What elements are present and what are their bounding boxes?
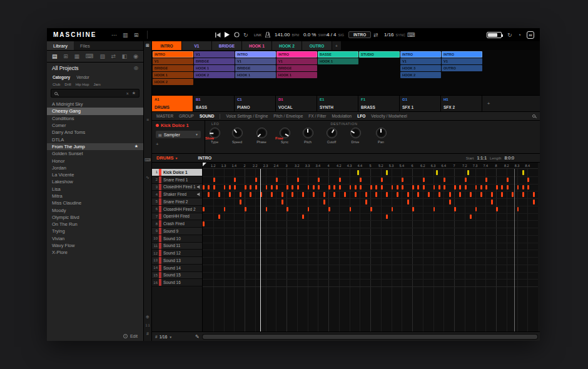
- note-event[interactable]: [517, 185, 519, 190]
- note-event[interactable]: [522, 185, 524, 190]
- channel-tab-group[interactable]: GROUP: [179, 114, 194, 118]
- note-event[interactable]: [467, 170, 469, 175]
- project-item-olympic-blvd[interactable]: Olympic Blvd: [47, 214, 143, 221]
- note-event[interactable]: [436, 170, 438, 175]
- search-box[interactable]: × ★: [51, 89, 139, 98]
- note-event[interactable]: [375, 192, 377, 197]
- knob-speed[interactable]: [232, 128, 243, 138]
- loop-button[interactable]: ↻: [243, 28, 248, 41]
- sound-row-12[interactable]: 12Sound 12: [152, 250, 202, 257]
- clip-f1-studio[interactable]: STUDIO: [359, 51, 400, 58]
- note-event[interactable]: [522, 170, 524, 175]
- project-item-miss-claudine[interactable]: Miss Claudine: [47, 200, 143, 206]
- note-event[interactable]: [407, 200, 409, 205]
- note-event[interactable]: [255, 178, 257, 183]
- clip-b1-bridge[interactable]: BRIDGE: [194, 58, 235, 64]
- note-event[interactable]: [302, 215, 304, 220]
- note-event[interactable]: [533, 192, 535, 197]
- note-event[interactable]: [344, 192, 346, 197]
- clip-d1-intro[interactable]: INTRO: [276, 51, 317, 58]
- note-event[interactable]: [333, 185, 335, 190]
- timeline-ruler[interactable]: 1.21.31.422.22.32.433.23.33.444.24.34.45…: [203, 163, 538, 169]
- note-event[interactable]: [208, 192, 210, 197]
- user-content-icon[interactable]: ◉: [133, 53, 138, 59]
- note-event[interactable]: [213, 185, 215, 190]
- channel-rack-icon[interactable]: ≡: [144, 118, 151, 122]
- sound-row-13[interactable]: 13Sound 13: [152, 257, 202, 265]
- note-event[interactable]: [438, 185, 440, 190]
- note-event[interactable]: [276, 178, 278, 183]
- clip-d1-bridge[interactable]: BRIDGE: [276, 65, 317, 71]
- tag-club[interactable]: Club: [53, 83, 60, 86]
- note-event[interactable]: [365, 200, 367, 205]
- project-item-la-vicente[interactable]: La Vicente: [47, 171, 143, 178]
- project-item-from-the-jump[interactable]: From The Jump★: [47, 143, 143, 150]
- clip-a1-bridge[interactable]: BRIDGE: [153, 65, 193, 71]
- note-event[interactable]: [266, 185, 268, 190]
- group-h1[interactable]: H1SFX 2: [441, 96, 482, 111]
- note-event[interactable]: [245, 207, 246, 212]
- clip-b1-v1[interactable]: V1: [194, 51, 235, 58]
- note-event[interactable]: [255, 185, 257, 190]
- group-b1[interactable]: B1BASS: [193, 96, 235, 111]
- length-value[interactable]: 8:0:0: [504, 156, 514, 160]
- note-event[interactable]: [527, 185, 529, 190]
- favorites-filter-icon[interactable]: ★: [132, 91, 136, 96]
- scene-tab-intro[interactable]: INTRO: [152, 41, 181, 50]
- note-event[interactable]: [350, 207, 352, 212]
- note-event[interactable]: [281, 192, 283, 197]
- note-event[interactable]: [386, 192, 388, 197]
- oneshots-filter-icon[interactable]: ◧: [122, 53, 128, 59]
- note-event[interactable]: [423, 185, 425, 190]
- group-c1[interactable]: C1PIANO: [235, 96, 276, 111]
- note-grid[interactable]: 1.21.31.422.22.32.433.23.33.444.24.34.45…: [202, 163, 538, 331]
- note-event[interactable]: [386, 170, 388, 175]
- metronome-icon[interactable]: [265, 28, 270, 41]
- clip-c1-v1[interactable]: V1: [235, 58, 276, 64]
- note-event[interactable]: [286, 185, 288, 190]
- project-item-trying[interactable]: Trying: [47, 228, 143, 235]
- speaker-icon[interactable]: [197, 193, 201, 196]
- clip-h1-outro[interactable]: OUTRO: [442, 65, 482, 71]
- note-event[interactable]: [438, 192, 440, 197]
- piano-roll-icon[interactable]: ⌨: [144, 158, 151, 163]
- note-event[interactable]: [402, 185, 403, 190]
- plugin-search-icon[interactable]: [532, 114, 535, 118]
- speaker-icon[interactable]: [197, 185, 201, 189]
- clip-c1-hook-1[interactable]: HOOK 1: [235, 72, 276, 78]
- clip-a1-v1[interactable]: V1: [153, 58, 193, 64]
- step-grid-icon[interactable]: #: [144, 331, 151, 336]
- note-event[interactable]: [291, 192, 293, 197]
- info-icon[interactable]: i: [123, 334, 128, 338]
- sound-row-2[interactable]: 2Snare Fired 1: [152, 176, 202, 184]
- record-button[interactable]: [234, 28, 240, 41]
- note-event[interactable]: [360, 178, 362, 183]
- note-event[interactable]: [339, 185, 341, 190]
- horizontal-scrollbar[interactable]: [202, 334, 538, 340]
- note-event[interactable]: [308, 207, 310, 212]
- plugin-selector-dropdown[interactable]: ▤ Sampler ▼: [156, 131, 201, 138]
- note-event[interactable]: [266, 207, 268, 212]
- note-event[interactable]: [218, 215, 220, 220]
- note-event[interactable]: [459, 185, 461, 190]
- group-d1[interactable]: D1VOCAL: [276, 96, 317, 111]
- note-event[interactable]: [392, 185, 393, 190]
- group-f1[interactable]: F1BRASS: [358, 96, 400, 111]
- note-event[interactable]: [491, 200, 493, 205]
- project-item-lisa[interactable]: Lisa: [47, 186, 143, 193]
- effects-filter-icon[interactable]: ▧: [99, 53, 105, 59]
- note-event[interactable]: [449, 200, 451, 205]
- refresh-icon[interactable]: ↻: [507, 32, 512, 38]
- clip-c1-intro[interactable]: INTRO: [235, 51, 276, 58]
- project-item-wavy-flow[interactable]: Wavy Flow: [47, 242, 143, 249]
- project-item-mitra[interactable]: Mitra: [47, 193, 143, 200]
- groups-filter-icon[interactable]: ⊞: [63, 53, 68, 59]
- clip-g1-intro[interactable]: INTRO: [400, 51, 441, 58]
- note-event[interactable]: [250, 185, 251, 190]
- add-plugin-button[interactable]: +: [156, 141, 201, 147]
- note-event[interactable]: [412, 207, 414, 212]
- note-event[interactable]: [318, 178, 320, 183]
- note-event[interactable]: [313, 185, 315, 190]
- sound-row-7[interactable]: 7OpenHH Fired: [152, 213, 202, 221]
- note-event[interactable]: [365, 192, 367, 197]
